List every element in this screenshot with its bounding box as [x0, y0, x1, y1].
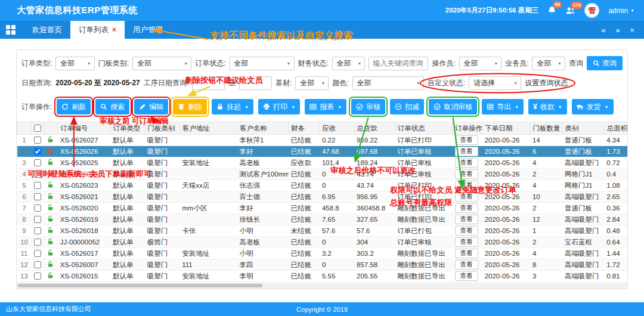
order-status-select[interactable]: 全部▼	[230, 57, 295, 70]
search-icon	[100, 103, 107, 110]
color-select[interactable]: 全部▼	[352, 76, 424, 90]
table-row[interactable]: 11XS-0526017默认单吸塑门安装地址小明已结账3.2303.2雕刻数据已…	[17, 248, 628, 259]
order-type-select-label: 订单类型:	[21, 58, 52, 69]
notifications-button[interactable]: 88	[547, 6, 556, 15]
view-order-button[interactable]: 查看	[455, 249, 478, 258]
select-all-checkbox[interactable]	[34, 125, 41, 132]
user-menu[interactable]: admin ▼	[608, 7, 634, 15]
view-order-button[interactable]: 查看	[455, 215, 478, 224]
toolbar-edit-button[interactable]: 编辑	[134, 99, 168, 114]
set-query-status-button[interactable]: 设置查询状态	[525, 78, 568, 88]
contacts-button[interactable]: 173	[565, 7, 575, 15]
tab-scroll-right-button[interactable]: »	[612, 26, 624, 35]
table-row[interactable]: 9XS-0526018默认单吸塑门卡张小明未结账57.657.6订单已打包查看2…	[17, 225, 628, 237]
printer-icon	[263, 103, 270, 110]
tab-scroll-left-button[interactable]: «	[597, 26, 609, 35]
toolbar-receive-payment-button[interactable]: ¥收款▼	[528, 99, 567, 114]
table-row[interactable]: 2XS-0526026默认单吸塑门李好已结账47.68697.68订单已审核查看…	[17, 146, 628, 157]
finance-status-select[interactable]: 全部▼	[332, 57, 366, 70]
column-header: 订单类型	[110, 122, 145, 135]
table-row[interactable]: 13XS-0526015默认单吸塑门安装地址李明已结账5.55205.55雕刻数…	[17, 271, 628, 282]
base-material-select[interactable]: 全部▼	[295, 76, 329, 90]
row-checkbox[interactable]	[34, 159, 41, 166]
toolbar-delete-button[interactable]: 删除	[173, 99, 207, 114]
panel-category-select[interactable]: 全部▼	[132, 57, 191, 70]
row-checkbox[interactable]	[34, 227, 41, 234]
chevron-down-icon: ▼	[287, 61, 291, 66]
toolbar-report-button[interactable]: 报表▼	[305, 99, 346, 114]
view-order-button[interactable]: 查看	[455, 203, 478, 213]
table-row[interactable]: 1XS-0526027默认单吸塑门李秋萍1已结账0.22959.22订单已打印查…	[17, 135, 628, 146]
table-row[interactable]: 3XS-0526025默认单吸塑门安装地址高老板应收款101.4189.24订单…	[17, 157, 628, 169]
toolbar-deduct-button[interactable]: 扣减	[390, 99, 424, 114]
tab-欢迎首页[interactable]: 欢迎首页	[24, 21, 70, 39]
keyword-input[interactable]	[369, 57, 428, 70]
row-checkbox[interactable]	[34, 238, 41, 246]
apps-grid-icon[interactable]	[6, 25, 16, 35]
tab-close-all-button[interactable]: ×	[626, 26, 638, 35]
query-button[interactable]: 查询	[587, 56, 623, 70]
toolbar-print-button[interactable]: 打印▼	[258, 99, 300, 114]
toolbar-ship-button[interactable]: 发货▼	[572, 99, 614, 114]
process-start-input[interactable]	[192, 76, 225, 90]
toolbar-refresh-button[interactable]: 刷新	[57, 99, 91, 114]
scrollbar-thumb[interactable]	[18, 284, 262, 287]
row-checkbox[interactable]	[34, 205, 41, 212]
column-header: 门板数量	[530, 122, 562, 135]
tab-close-icon[interactable]: ×	[112, 26, 116, 34]
row-checkbox[interactable]	[34, 171, 41, 178]
row-checkbox[interactable]	[34, 182, 41, 189]
check-circle-icon	[356, 103, 363, 110]
chevron-down-icon: ▼	[558, 105, 562, 109]
view-order-button[interactable]: 查看	[455, 271, 478, 281]
unlock-icon	[47, 159, 54, 166]
row-checkbox[interactable]	[34, 148, 41, 155]
view-order-button[interactable]: 查看	[455, 237, 478, 247]
toolbar-audit-button[interactable]: 审核	[351, 99, 385, 114]
view-order-button[interactable]: 查看	[455, 181, 478, 190]
toolbar-hold-button[interactable]: 挂起▼	[212, 99, 253, 114]
chevron-down-icon: ▼	[291, 105, 295, 109]
operator-select[interactable]: 全部▼	[459, 57, 501, 70]
between-label: 至	[228, 78, 236, 88]
table-row[interactable]: 8XS-0526019默认单吸塑门徐钱长已结账7.65327.65雕刻数据已导出…	[17, 214, 628, 225]
table-row[interactable]: 4XS-0526024默认单吸塑门测试客户100mm大于100已结账043.74…	[17, 169, 628, 180]
horizontal-scrollbar[interactable]	[17, 283, 627, 289]
table-row[interactable]: 7XS-0526020默认单吸塑门mm小区李好已结账458.8360458.8雕…	[17, 203, 628, 214]
row-checkbox[interactable]	[34, 272, 41, 280]
salesman-select[interactable]: 全部▼	[532, 57, 565, 70]
custom-status-select[interactable]: 请选择▼	[469, 76, 521, 90]
view-order-button[interactable]: 查看	[455, 147, 478, 156]
unlock-icon	[47, 215, 54, 222]
toolbar-search-button[interactable]: 搜索	[95, 99, 129, 114]
yen-icon: ¥	[533, 103, 537, 111]
tab-用户管理[interactable]: 用户管理	[125, 21, 171, 39]
view-order-button[interactable]: 查看	[455, 260, 478, 269]
order-actions-toolbar: 订单操作: 刷新搜索编辑删除挂起▼打印▼报表▼审核扣减取消审核导出▼¥收款▼发货…	[21, 99, 623, 114]
order-number: XS-0526020	[60, 205, 98, 212]
row-checkbox[interactable]	[34, 137, 41, 144]
row-checkbox[interactable]	[34, 261, 41, 268]
process-end-input[interactable]	[239, 76, 272, 90]
row-checkbox[interactable]	[34, 216, 41, 223]
order-number: XS-0526007	[60, 261, 98, 268]
table-row[interactable]: 12XS-0526007默认单吸塑门111李四已结账0857.58雕刻数据已导出…	[17, 259, 628, 271]
date-range-value[interactable]: 2020-05-20 至 2020-05-27	[55, 78, 140, 88]
view-order-button[interactable]: 查看	[455, 226, 478, 236]
table-row[interactable]: 5XS-0526023默认单吸塑门天猫xx店张志强已结账043.74订单已打印查…	[17, 180, 628, 191]
table-row[interactable]: 6XS-0526021默认单吸塑门百士德已结账6.95956.95订单已打印查看…	[17, 191, 628, 203]
tab-订单列表[interactable]: 订单列表×	[70, 21, 125, 39]
panel-category-select-label: 门板类别:	[98, 58, 129, 69]
view-order-button[interactable]: 查看	[455, 192, 478, 202]
order-type-select[interactable]: 全部▼	[55, 57, 94, 70]
view-order-button[interactable]: 查看	[455, 158, 478, 168]
row-checkbox[interactable]	[34, 193, 41, 200]
view-order-button[interactable]: 查看	[455, 135, 478, 145]
view-order-button[interactable]: 查看	[455, 169, 478, 179]
table-row[interactable]: 10JJ-00000052默认单极简门高老板已结账0304订单已审核查看2020…	[17, 237, 628, 248]
toolbar-export-button[interactable]: 导出▼	[482, 99, 524, 114]
order-number: XS-0526019	[60, 216, 98, 223]
toolbar-cancel-audit-button[interactable]: 取消审核	[429, 99, 477, 114]
operator-select-label: 操作员:	[432, 58, 455, 69]
row-checkbox[interactable]	[34, 250, 41, 257]
